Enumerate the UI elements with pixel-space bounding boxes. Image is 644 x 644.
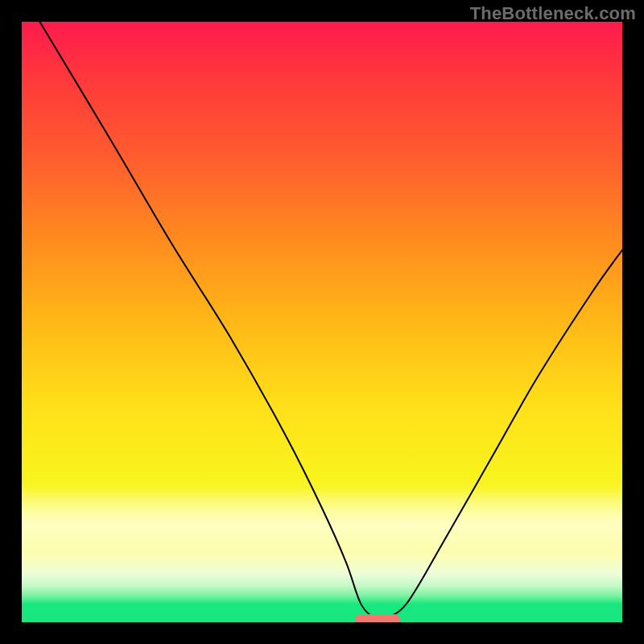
plot-area [22, 22, 622, 622]
chart-frame: TheBottleneck.com [0, 0, 644, 644]
bottleneck-curve [22, 22, 622, 622]
optimum-marker [355, 614, 400, 622]
